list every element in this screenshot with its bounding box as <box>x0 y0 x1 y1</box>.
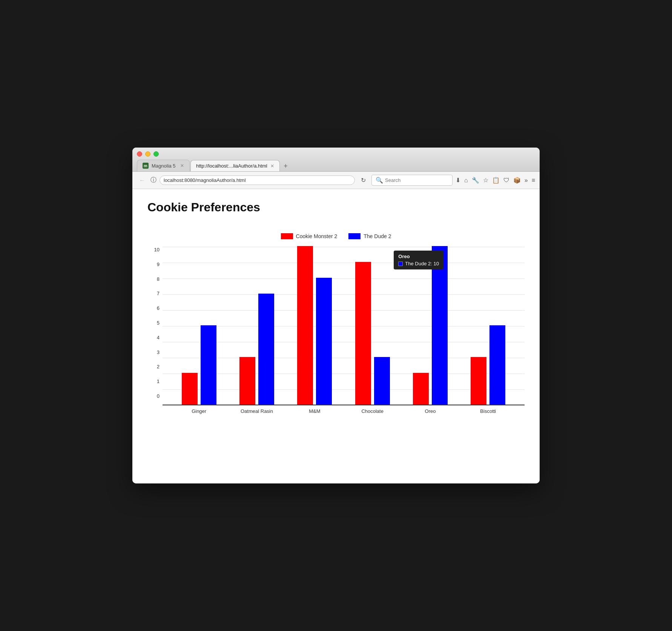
page-content: Cookie Preferences Cookie Monster 2 The … <box>132 189 540 483</box>
chart-main: OreoThe Dude 2: 10 GingerOatmeal RasinM&… <box>163 247 525 414</box>
y-label-6: 6 <box>157 305 160 311</box>
page-title: Cookie Preferences <box>147 200 525 214</box>
bar-group-oreo <box>401 246 459 405</box>
tab-magnolia[interactable]: m Magnolia 5 ✕ <box>137 160 190 171</box>
title-bar: m Magnolia 5 ✕ http://localhost:...liaAu… <box>132 148 540 172</box>
bar-blue-1[interactable] <box>258 294 274 405</box>
legend-label-red: Cookie Monster 2 <box>296 233 338 239</box>
bars-area: OreoThe Dude 2: 10 <box>163 247 525 405</box>
bar-red-5[interactable] <box>471 357 486 405</box>
more-icon[interactable]: » <box>525 177 528 184</box>
star-icon[interactable]: ☆ <box>483 177 488 184</box>
menu-icon[interactable]: ≡ <box>532 177 535 184</box>
traffic-lights <box>137 151 535 157</box>
tab-magnolia-close[interactable]: ✕ <box>180 163 184 168</box>
shield-icon[interactable]: 🛡 <box>503 177 509 184</box>
info-icon[interactable]: ⓘ <box>150 176 156 184</box>
y-label-4: 4 <box>157 335 160 340</box>
wrench-icon[interactable]: 🔧 <box>472 177 479 184</box>
tab-magnolia-label: Magnolia 5 <box>152 163 176 169</box>
search-input[interactable] <box>385 177 448 183</box>
legend-label-blue: The Dude 2 <box>364 233 391 239</box>
bar-blue-2[interactable] <box>316 278 332 405</box>
y-label-7: 7 <box>157 291 160 296</box>
bar-blue-3[interactable] <box>374 357 390 405</box>
tab-localhost-close[interactable]: ✕ <box>270 163 274 169</box>
x-label-5: Biscotti <box>459 408 517 414</box>
x-labels: GingerOatmeal RasinM&MChocolateOreoBisco… <box>163 408 525 414</box>
y-label-9: 9 <box>157 262 160 267</box>
bar-blue-0[interactable] <box>201 325 216 405</box>
legend-color-blue <box>348 233 361 239</box>
chart-area: 10 9 8 7 6 5 4 3 2 1 0 OreoThe Dude 2: <box>147 247 525 414</box>
home-icon[interactable]: ⌂ <box>464 177 468 184</box>
y-label-2: 2 <box>157 364 160 369</box>
tab-localhost[interactable]: http://localhost:...liaAuthor/a.html ✕ <box>190 160 280 171</box>
tab-localhost-label: http://localhost:...liaAuthor/a.html <box>196 163 267 169</box>
search-icon: 🔍 <box>376 177 383 184</box>
bar-group-biscotti <box>459 325 517 405</box>
minimize-button[interactable] <box>145 151 150 157</box>
y-axis: 10 9 8 7 6 5 4 3 2 1 0 <box>147 247 163 414</box>
bar-blue-5[interactable] <box>489 325 505 405</box>
bar-red-4[interactable] <box>413 373 429 405</box>
magnolia-icon: m <box>143 163 149 169</box>
y-label-1: 1 <box>157 379 160 384</box>
address-input[interactable] <box>164 177 351 183</box>
x-label-0: Ginger <box>170 408 228 414</box>
download-icon[interactable]: ⬇ <box>456 177 460 184</box>
x-label-1: Oatmeal Rasin <box>228 408 285 414</box>
browser-window: m Magnolia 5 ✕ http://localhost:...liaAu… <box>132 148 540 483</box>
bar-red-1[interactable] <box>239 357 255 405</box>
toolbar-icons: ⬇ ⌂ 🔧 ☆ 📋 🛡 📦 » ≡ <box>456 177 535 184</box>
chart-container: Cookie Monster 2 The Dude 2 10 9 8 7 6 5… <box>147 226 525 414</box>
bar-group-ginger <box>170 325 228 405</box>
y-label-3: 3 <box>157 349 160 355</box>
x-label-4: Oreo <box>401 408 459 414</box>
toolbar: ← ⓘ ↻ 🔍 ⬇ ⌂ 🔧 ☆ 📋 🛡 📦 » ≡ <box>132 172 540 189</box>
bar-red-2[interactable] <box>297 246 313 405</box>
y-label-8: 8 <box>157 276 160 282</box>
x-label-2: M&M <box>286 408 344 414</box>
bar-blue-4[interactable] <box>432 246 448 405</box>
chart-legend: Cookie Monster 2 The Dude 2 <box>147 233 525 239</box>
bar-red-3[interactable] <box>355 262 371 405</box>
address-bar <box>160 175 355 185</box>
y-label-5: 5 <box>157 320 160 326</box>
search-box[interactable]: 🔍 <box>371 175 453 186</box>
legend-color-red <box>281 233 293 239</box>
legend-item-blue: The Dude 2 <box>348 233 391 239</box>
bar-red-0[interactable] <box>182 373 198 405</box>
y-label-10: 10 <box>154 247 160 252</box>
tabs-row: m Magnolia 5 ✕ http://localhost:...liaAu… <box>137 160 535 171</box>
y-label-0: 0 <box>157 393 160 399</box>
bar-group-chocolate <box>344 262 401 405</box>
bar-group-oatmeal-rasin <box>228 294 285 405</box>
x-label-3: Chocolate <box>344 408 401 414</box>
close-button[interactable] <box>137 151 142 157</box>
bar-group-m-m <box>286 246 344 405</box>
bookmark-icon[interactable]: 📋 <box>492 177 500 184</box>
new-tab-button[interactable]: + <box>281 161 291 171</box>
maximize-button[interactable] <box>153 151 159 157</box>
reload-button[interactable]: ↻ <box>358 175 368 186</box>
legend-item-red: Cookie Monster 2 <box>281 233 338 239</box>
back-button[interactable]: ← <box>137 175 147 186</box>
container-icon[interactable]: 📦 <box>513 177 521 184</box>
